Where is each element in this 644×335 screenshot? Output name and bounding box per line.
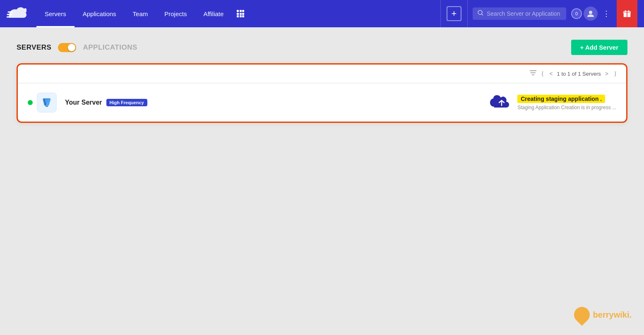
plus-icon: + — [447, 6, 461, 21]
branding: berrywiki. — [574, 307, 632, 323]
search-input[interactable] — [487, 10, 561, 17]
tab-toggle[interactable] — [58, 43, 76, 52]
page-tabs: SERVERS APPLICATIONS — [17, 43, 137, 52]
svg-rect-7 — [240, 15, 242, 17]
search-box[interactable] — [473, 7, 566, 20]
first-page-button[interactable]: ⟨ — [540, 69, 545, 78]
avatar[interactable] — [584, 7, 598, 21]
cloud-icon — [489, 92, 511, 113]
add-server-button[interactable]: + Add Server — [571, 40, 627, 55]
toggle-switch[interactable] — [58, 43, 76, 52]
server-logo — [37, 93, 57, 112]
nav-menu: Servers Applications Team Projects Affil… — [36, 0, 440, 27]
server-badge: High Frequency — [106, 99, 147, 106]
activity-title: Creating staging application . — [517, 95, 605, 103]
main-content: SERVERS APPLICATIONS + Add Server ⟨ — [0, 27, 644, 335]
table-header: ⟨ < 1 to 1 of 1 Servers > ⟩ — [18, 65, 626, 83]
server-activity: Creating staging application . Staging A… — [489, 92, 616, 113]
server-container: ⟨ < 1 to 1 of 1 Servers > ⟩ — [17, 63, 627, 123]
nav-item-team[interactable]: Team — [125, 0, 156, 27]
tab-servers[interactable]: SERVERS — [17, 43, 51, 52]
server-name: Your Server — [65, 99, 102, 106]
svg-rect-0 — [237, 10, 239, 12]
logo[interactable] — [7, 6, 26, 21]
notification-badge[interactable]: 0 — [571, 8, 582, 19]
server-info: Your Server High Frequency — [65, 99, 489, 106]
svg-rect-2 — [242, 10, 244, 12]
nav-item-servers[interactable]: Servers — [36, 0, 74, 27]
navbar: Servers Applications Team Projects Affil… — [0, 0, 644, 27]
toggle-knob — [68, 44, 75, 51]
svg-rect-6 — [237, 15, 239, 17]
svg-rect-3 — [237, 13, 239, 15]
prev-page-button[interactable]: < — [548, 69, 554, 78]
svg-point-11 — [589, 11, 592, 14]
more-icon[interactable]: ⋮ — [599, 9, 613, 18]
gift-button[interactable] — [617, 0, 637, 27]
pagination-controls: ⟨ < 1 to 1 of 1 Servers > ⟩ — [540, 69, 618, 78]
page-header: SERVERS APPLICATIONS + Add Server — [17, 40, 627, 55]
activity-subtitle: Staging Application Creation is in progr… — [517, 105, 616, 110]
nav-item-affiliate[interactable]: Affiliate — [195, 0, 232, 27]
svg-line-10 — [482, 14, 483, 15]
server-icon-wrap — [28, 93, 57, 112]
status-dot — [28, 100, 33, 105]
nav-item-projects[interactable]: Projects — [156, 0, 195, 27]
svg-rect-5 — [242, 13, 244, 15]
last-page-button[interactable]: ⟩ — [613, 69, 618, 78]
navbar-right: + 0 ⋮ — [440, 0, 637, 27]
table-row[interactable]: Your Server High Frequency Creating stag… — [18, 83, 626, 122]
search-icon — [478, 10, 483, 17]
grid-icon[interactable] — [232, 10, 249, 17]
svg-rect-4 — [240, 13, 242, 15]
activity-info: Creating staging application . Staging A… — [517, 95, 616, 110]
svg-rect-1 — [240, 10, 242, 12]
pagination-text: 1 to 1 of 1 Servers — [557, 71, 601, 77]
add-button[interactable]: + — [440, 0, 468, 27]
svg-rect-8 — [242, 15, 244, 17]
tab-applications[interactable]: APPLICATIONS — [83, 43, 137, 52]
branding-text: berrywiki. — [593, 310, 632, 320]
branding-bubble-icon — [571, 304, 593, 326]
svg-point-9 — [478, 10, 482, 14]
next-page-button[interactable]: > — [603, 69, 610, 78]
filter-icon[interactable] — [530, 70, 536, 77]
nav-item-applications[interactable]: Applications — [74, 0, 125, 27]
